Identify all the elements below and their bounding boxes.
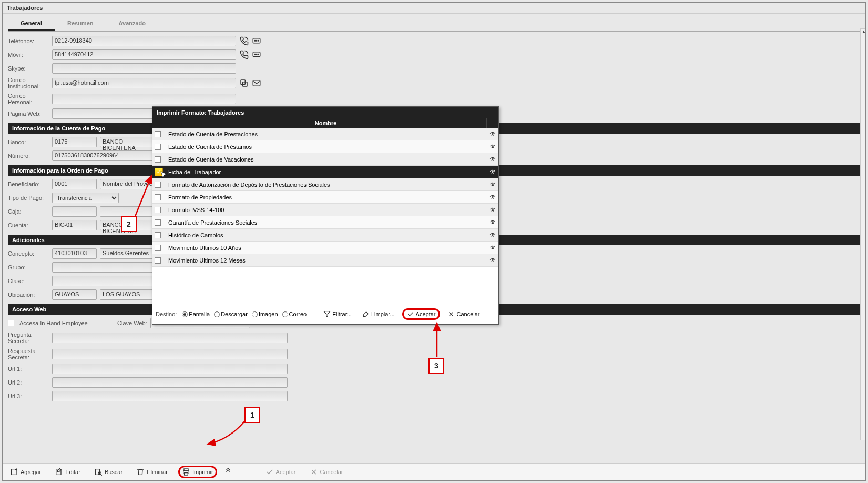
format-name: Garantía de Prestaciones Sociales <box>165 219 487 226</box>
correo-inst-input[interactable]: tpi.usa@hotmail.com <box>52 78 236 88</box>
format-row[interactable]: Garantía de Prestaciones Sociales <box>152 216 498 229</box>
format-row[interactable]: Estado de Cuenta de Vacaciones <box>152 153 498 166</box>
radio-pantalla[interactable]: Pantalla <box>182 311 210 318</box>
correo-inst-label: Correo Institucional: <box>8 77 49 89</box>
copy-icon[interactable] <box>239 78 249 88</box>
row-action-icon[interactable] <box>487 244 498 252</box>
chevron-up-icon[interactable] <box>224 467 232 476</box>
benef-code-input[interactable]: 0001 <box>52 179 97 189</box>
skype-input[interactable] <box>52 63 236 74</box>
numero-input[interactable]: 01750361830076290964 <box>52 150 156 161</box>
sms-icon[interactable] <box>252 50 261 59</box>
radio-correo[interactable]: Correo <box>282 311 307 318</box>
resp-input[interactable] <box>52 349 288 359</box>
mail-icon[interactable] <box>252 78 261 88</box>
modal-title: Imprimir Formato: Trabajadores <box>152 107 498 118</box>
clase-input[interactable] <box>52 276 156 286</box>
ubic-name-input[interactable]: LOS GUAYOS <box>100 289 156 300</box>
row-checkbox[interactable] <box>155 182 161 188</box>
agregar-button[interactable]: Agregar <box>7 466 44 478</box>
caja-code-input[interactable] <box>52 206 97 217</box>
cuenta-code-input[interactable]: BIC-01 <box>52 220 97 230</box>
row-action-icon[interactable] <box>487 256 498 265</box>
modal-cancelar-button[interactable]: Cancelar <box>444 309 483 319</box>
url3-label: Url 3: <box>8 393 49 399</box>
format-row[interactable]: Formato de Propiedades <box>152 191 498 204</box>
tab-avanzado[interactable]: Avanzado <box>106 17 159 31</box>
bottom-toolbar: Agregar Editar Buscar Eliminar Imprimir … <box>3 463 865 480</box>
imprimir-button[interactable]: Imprimir <box>178 466 217 478</box>
tab-general[interactable]: General <box>8 17 55 31</box>
vertical-scrollbar[interactable]: ▲ <box>860 28 865 440</box>
format-row[interactable]: Formato IVSS 14-100 <box>152 204 498 216</box>
caja-label: Caja: <box>8 208 49 215</box>
radio-descargar[interactable]: Descargar <box>214 311 248 318</box>
format-row[interactable]: Estado de Cuenta de Préstamos <box>152 140 498 153</box>
url1-label: Url 1: <box>8 366 49 372</box>
radio-imagen[interactable]: Imagen <box>252 311 278 318</box>
format-row[interactable]: Histórico de Cambios <box>152 229 498 242</box>
ubic-code-input[interactable]: GUAYOS <box>52 289 97 300</box>
row-checkbox[interactable] <box>155 156 161 163</box>
format-row[interactable]: Estado de Cuenta de Prestaciones <box>152 128 498 140</box>
row-action-icon[interactable] <box>487 143 498 151</box>
preg-input[interactable] <box>52 333 288 343</box>
aceptar-button[interactable]: Aceptar <box>262 466 299 478</box>
limpiar-button[interactable]: Limpiar... <box>359 309 398 319</box>
call-icon[interactable] <box>239 50 249 59</box>
url2-input[interactable] <box>52 377 288 388</box>
row-checkbox[interactable] <box>155 131 161 137</box>
eliminar-button[interactable]: Eliminar <box>133 466 171 478</box>
format-row[interactable]: Formato de Autorización de Depósito de P… <box>152 178 498 191</box>
correo-pers-input[interactable] <box>52 94 236 104</box>
telefonos-input[interactable]: 0212-9918340 <box>52 36 236 46</box>
row-action-icon[interactable] <box>487 231 498 239</box>
format-name: Histórico de Cambios <box>165 232 487 238</box>
benef-label: Beneficiario: <box>8 181 49 187</box>
row-checkbox[interactable] <box>155 144 161 150</box>
format-row[interactable]: ✓Ficha del Trabajador <box>152 166 498 178</box>
scroll-up-icon[interactable]: ▲ <box>861 29 865 35</box>
cancelar-button[interactable]: Cancelar <box>307 466 346 478</box>
accesa-checkbox[interactable] <box>8 320 14 326</box>
benef-name-input[interactable]: Nombre del Provee <box>100 179 156 189</box>
row-checkbox[interactable] <box>155 245 161 251</box>
row-checkbox[interactable] <box>155 232 161 238</box>
format-row[interactable]: Movimiento Ultimos 10 Años <box>152 242 498 254</box>
concepto-code-input[interactable]: 4103010103 <box>52 248 97 259</box>
row-checkbox[interactable] <box>155 219 161 226</box>
movil-input[interactable]: 584144970412 <box>52 49 236 60</box>
row-action-icon[interactable] <box>487 180 498 189</box>
filtrar-button[interactable]: Filtrar... <box>320 309 355 319</box>
modal-aceptar-button[interactable]: Aceptar <box>402 308 441 320</box>
tabs: General Resumen Avanzado <box>8 17 860 32</box>
svg-point-1 <box>254 41 256 42</box>
movil-label: Móvil: <box>8 52 49 58</box>
caja-name-input[interactable] <box>100 206 156 217</box>
buscar-button[interactable]: Buscar <box>91 466 126 478</box>
grupo-input[interactable] <box>52 262 156 273</box>
row-checkbox[interactable] <box>155 207 161 213</box>
format-row[interactable]: Movimiento Ultimos 12 Meses <box>152 254 498 267</box>
sms-icon[interactable] <box>252 36 261 46</box>
row-checkbox[interactable] <box>155 194 161 200</box>
cuenta-label: Cuenta: <box>8 222 49 228</box>
row-action-icon[interactable] <box>487 193 498 202</box>
editar-button[interactable]: Editar <box>52 466 84 478</box>
url1-input[interactable] <box>52 364 288 374</box>
banco-code-input[interactable]: 0175 <box>52 137 97 147</box>
row-action-icon[interactable] <box>487 206 498 214</box>
modal-header-row: Nombre <box>152 118 498 128</box>
tipo-pago-select[interactable]: Transferencia <box>52 193 119 203</box>
row-action-icon[interactable] <box>487 168 498 176</box>
banco-name-input[interactable]: BANCO BICENTENA <box>100 137 156 147</box>
url3-input[interactable] <box>52 391 288 401</box>
row-action-icon[interactable] <box>487 218 498 227</box>
row-action-icon[interactable] <box>487 130 498 138</box>
row-action-icon[interactable] <box>487 155 498 164</box>
call-icon[interactable] <box>239 36 249 46</box>
telefonos-label: Teléfonos: <box>8 38 49 44</box>
row-checkbox[interactable] <box>155 257 161 264</box>
concepto-name-input[interactable]: Sueldos Gerentes <box>100 248 156 259</box>
tab-resumen[interactable]: Resumen <box>55 17 106 31</box>
